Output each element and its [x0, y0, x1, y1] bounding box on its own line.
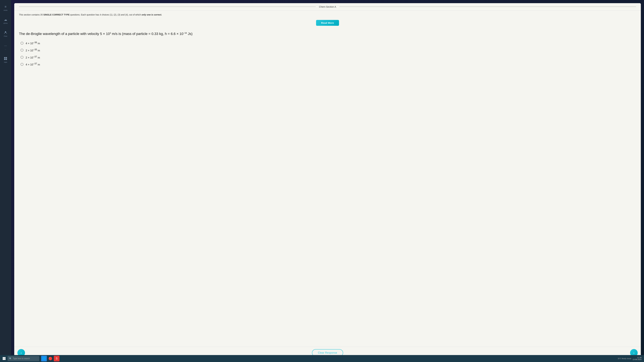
- question-text-part1: The de-Broglie wavelength of a particle …: [19, 32, 110, 36]
- sidebar: ≡ ments ☁ eDrive iTutor ··· ...: [0, 0, 11, 362]
- taskbar-app-browser[interactable]: 🌐: [41, 356, 47, 361]
- svg-rect-6: [4, 357, 6, 358]
- options-container: 4 × 10−36 m 2 × 10−35 m 2 × 10−37 m: [14, 40, 641, 347]
- time-display: 11:38: [632, 356, 642, 358]
- sidebar-item-itutor[interactable]: iTutor: [3, 29, 8, 38]
- search-input[interactable]: [13, 358, 38, 360]
- opt3-exp: −37: [33, 55, 37, 58]
- other-app-icon: S: [56, 357, 58, 360]
- desc-middle: questions. Each question has 4 choices (…: [70, 14, 142, 16]
- sidebar-item-more[interactable]: ··· ...: [3, 42, 8, 51]
- opt2-exp: −35: [33, 48, 37, 51]
- option-1-radio[interactable]: [20, 42, 24, 44]
- sidebar-label-edrive: eDrive: [4, 22, 8, 24]
- opt1-exp: −36: [33, 41, 37, 44]
- svg-point-0: [5, 31, 6, 32]
- taskbar-right: 30°C Mostly cloudy 11:38 13-08-2024: [618, 356, 643, 360]
- question-text-part2: m/s is (mass of particle = 0.33 kg, h = …: [111, 32, 183, 36]
- option-2[interactable]: 2 × 10−35 m: [20, 48, 636, 52]
- option-4-label[interactable]: 4 × 10−37 m: [26, 62, 40, 66]
- question-text-part3: Js): [187, 32, 192, 36]
- assignments-icon: ≡: [3, 4, 8, 9]
- search-icon: 🔍: [9, 358, 12, 360]
- read-more-container: Read More: [14, 18, 641, 28]
- svg-rect-2: [6, 57, 7, 58]
- svg-rect-4: [6, 59, 7, 60]
- taskbar-app-other[interactable]: S: [54, 356, 60, 361]
- option-4[interactable]: 4 × 10−37 m: [20, 62, 636, 66]
- option-4-radio[interactable]: [20, 63, 24, 66]
- more-icon: ···: [3, 43, 8, 48]
- option-3-radio[interactable]: [20, 56, 24, 59]
- taskbar-search[interactable]: 🔍: [8, 356, 39, 361]
- sidebar-label-apps: Apps: [4, 61, 7, 63]
- taskbar-app-chrome[interactable]: 🔴: [48, 356, 53, 361]
- section-description: This section contains 35 SINGLE CORRECT …: [14, 10, 641, 18]
- sidebar-label-assignments: ments: [4, 10, 8, 11]
- svg-rect-1: [4, 57, 6, 58]
- option-3-label[interactable]: 2 × 10−37 m: [26, 55, 40, 59]
- section-header: Chem-Section A: [14, 3, 641, 10]
- taskbar: 🔍 🌐 🔴 S 30°C Mostly cloudy 11:38 13-08-2…: [0, 355, 644, 362]
- desc-prefix: This section contains 35: [19, 14, 43, 16]
- chrome-icon: 🔴: [48, 356, 52, 360]
- sidebar-label-more: ...: [5, 48, 6, 50]
- question-text: The de-Broglie wavelength of a particle …: [14, 28, 641, 40]
- edrive-icon: ☁: [3, 18, 8, 22]
- svg-rect-7: [3, 359, 4, 360]
- start-button[interactable]: [1, 356, 7, 361]
- taskbar-apps: 🌐 🔴 S: [41, 356, 60, 361]
- opt4-exp: −37: [33, 62, 37, 65]
- apps-icon: [3, 56, 8, 61]
- svg-rect-8: [4, 359, 6, 360]
- svg-rect-3: [4, 59, 6, 60]
- question-container: Chem-Section A This section contains 35 …: [14, 3, 641, 359]
- option-1-label[interactable]: 4 × 10−36 m: [26, 41, 40, 45]
- itutor-icon: [3, 30, 8, 35]
- option-3[interactable]: 2 × 10−37 m: [20, 55, 636, 59]
- desc-italic: only one is correct.: [142, 14, 162, 16]
- option-2-label[interactable]: 2 × 10−35 m: [26, 48, 40, 52]
- read-more-button[interactable]: Read More: [316, 20, 339, 26]
- section-title: Chem-Section A: [316, 6, 339, 8]
- sidebar-item-edrive[interactable]: ☁ eDrive: [3, 16, 8, 25]
- sidebar-item-assignments[interactable]: ≡ ments: [3, 3, 8, 12]
- browser-icon: 🌐: [42, 357, 46, 360]
- sidebar-item-apps[interactable]: Apps: [3, 55, 8, 64]
- option-1[interactable]: 4 × 10−36 m: [20, 41, 636, 45]
- taskbar-weather: 30°C Mostly cloudy: [618, 358, 631, 360]
- taskbar-time: 11:38 13-08-2024: [632, 356, 642, 360]
- main-content: Chem-Section A This section contains 35 …: [11, 0, 644, 362]
- date-display: 13-08-2024: [632, 358, 642, 360]
- desc-bold: SINGLE CORRECT TYPE: [43, 14, 70, 16]
- option-2-radio[interactable]: [20, 49, 24, 52]
- planck-exponent: −34: [183, 32, 187, 34]
- sidebar-label-itutor: iTutor: [4, 36, 8, 37]
- svg-rect-5: [3, 357, 4, 358]
